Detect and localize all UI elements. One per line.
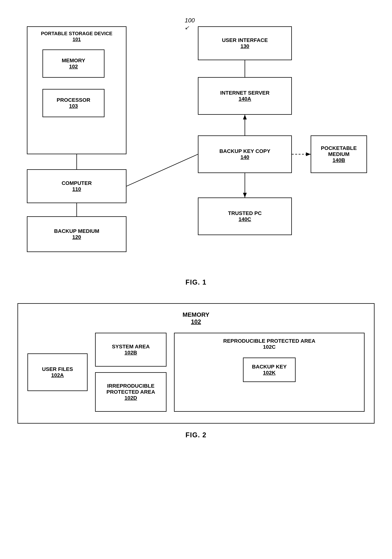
computer-box: COMPUTER 110 [27, 169, 126, 203]
fig1-diagram: 100 ↙ PORTABLE STORAGE DEVICE 101 MEMORY… [18, 11, 374, 271]
backup-key-copy-box: BACKUP KEY COPY 140 [198, 135, 292, 173]
portable-storage-box: PORTABLE STORAGE DEVICE 101 MEMORY 102 P… [27, 26, 126, 154]
system-area-title: SYSTEM AREA [112, 344, 150, 350]
internet-server-title: INTERNET SERVER [220, 90, 269, 96]
pocketable-medium-title: POCKETABLE MEDIUM [315, 145, 363, 157]
irreproducible-id: 102D [125, 395, 137, 401]
fig2-content-row: USER FILES 102A SYSTEM AREA 102B IRREPRO… [27, 333, 365, 412]
backup-key-id: 102K [263, 370, 276, 376]
backup-medium-box: BACKUP MEDIUM 120 [27, 216, 126, 252]
reproducible-protected-box: REPRODUCIBLE PROTECTED AREA 102C BACKUP … [174, 333, 365, 412]
fig2-memory-title: MEMORY 102 [27, 311, 365, 325]
user-interface-title: USER INTERFACE [222, 37, 268, 43]
user-files-id: 102A [51, 372, 64, 378]
backup-medium-title: BACKUP MEDIUM [54, 228, 99, 234]
svg-marker-9 [306, 152, 311, 156]
user-interface-id: 130 [241, 43, 249, 49]
svg-line-2 [126, 154, 198, 186]
portable-storage-id: 101 [27, 37, 126, 42]
memory-box: MEMORY 102 [43, 49, 105, 78]
svg-marker-5 [243, 115, 247, 120]
internet-server-box: INTERNET SERVER 140A [198, 77, 292, 115]
trusted-pc-box: TRUSTED PC 140C [198, 197, 292, 235]
pocketable-medium-id: 140B [333, 157, 345, 163]
processor-box: PROCESSOR 103 [43, 89, 105, 117]
internet-server-id: 140A [239, 96, 251, 102]
user-interface-box: USER INTERFACE 130 [198, 26, 292, 60]
processor-title: PROCESSOR [57, 97, 90, 103]
diagram-number: 100 ↙ [185, 17, 195, 31]
trusted-pc-id: 140C [239, 216, 251, 222]
portable-storage-title: PORTABLE STORAGE DEVICE [27, 31, 126, 37]
page: 100 ↙ PORTABLE STORAGE DEVICE 101 MEMORY… [15, 11, 377, 445]
pocketable-medium-box: POCKETABLE MEDIUM 140B [311, 135, 367, 173]
memory-title: MEMORY [62, 57, 85, 64]
computer-title: COMPUTER [62, 180, 92, 186]
backup-key-title: BACKUP KEY [252, 364, 287, 370]
memory-id: 102 [69, 64, 78, 70]
processor-id: 103 [69, 103, 78, 109]
fig2-wrapper: MEMORY 102 USER FILES 102A SYSTEM AREA 1… [18, 303, 374, 445]
system-area-id: 102B [125, 350, 137, 356]
computer-id: 110 [72, 186, 81, 192]
user-files-title: USER FILES [42, 366, 73, 372]
backup-key-box: BACKUP KEY 102K [243, 358, 296, 382]
fig2-label: FIG. 2 [18, 431, 374, 439]
fig2-outer-box: MEMORY 102 USER FILES 102A SYSTEM AREA 1… [18, 303, 374, 424]
user-files-box: USER FILES 102A [27, 354, 88, 391]
system-area-box: SYSTEM AREA 102B [95, 333, 167, 367]
fig1-label: FIG. 1 [186, 278, 206, 286]
backup-key-copy-id: 140 [241, 154, 249, 160]
backup-key-copy-title: BACKUP KEY COPY [219, 148, 270, 154]
svg-marker-7 [243, 193, 247, 197]
backup-medium-id: 120 [72, 234, 81, 240]
irreproducible-protected-box: IRREPRODUCIBLE PROTECTED AREA 102D [95, 372, 167, 412]
fig2-middle-col: SYSTEM AREA 102B IRREPRODUCIBLE PROTECTE… [95, 333, 167, 412]
reproducible-title: REPRODUCIBLE PROTECTED AREA 102C [179, 338, 359, 350]
trusted-pc-title: TRUSTED PC [228, 210, 262, 216]
irreproducible-title: IRREPRODUCIBLE PROTECTED AREA [100, 383, 161, 395]
